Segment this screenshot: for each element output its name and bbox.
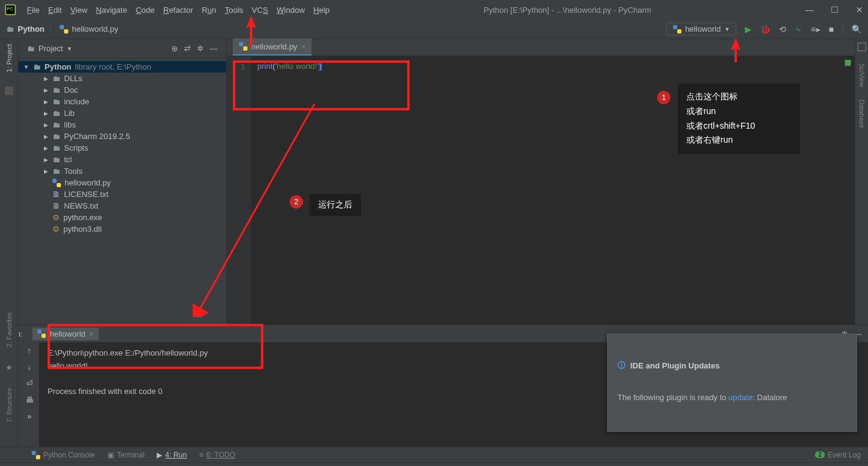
menu-file[interactable]: File bbox=[27, 5, 40, 15]
tree-item[interactable]: ▶🖿include bbox=[18, 96, 226, 107]
menu-run[interactable]: Run bbox=[202, 5, 216, 15]
bottom-tool-tabs: Python Console ▣Terminal ▶4: Run ≡6: TOD… bbox=[0, 446, 868, 462]
menu-window[interactable]: Window bbox=[277, 5, 305, 15]
tree-item-label: LICENSE.txt bbox=[64, 190, 108, 199]
menu-code[interactable]: Code bbox=[136, 5, 155, 15]
tree-item[interactable]: ▶🖿DLLs bbox=[18, 73, 226, 84]
editor-tab[interactable]: helloworld.py × bbox=[233, 38, 311, 56]
menu-refactor[interactable]: Refactor bbox=[163, 5, 193, 15]
exe-icon: ⚙ bbox=[52, 213, 60, 222]
profile-button[interactable]: ⤷ bbox=[795, 24, 802, 34]
run-tab[interactable]: helloworld × bbox=[32, 328, 98, 340]
run-console-output[interactable]: E:\Python\python.exe E:/Python/helloworl… bbox=[39, 342, 868, 446]
settings-button[interactable]: ✲ bbox=[197, 44, 204, 53]
minimize-button[interactable]: — bbox=[805, 5, 814, 15]
tab-python-console[interactable]: Python Console bbox=[32, 451, 95, 459]
tree-item[interactable]: ⚙python.exe bbox=[18, 212, 226, 223]
run-configuration-selector[interactable]: helloworld ▼ bbox=[666, 23, 736, 35]
search-everywhere-button[interactable]: 🔍 bbox=[852, 24, 862, 34]
tree-item[interactable]: ▶🖿Doc bbox=[18, 84, 226, 96]
maximize-button[interactable]: ☐ bbox=[831, 5, 839, 15]
tree-root[interactable]: ▼ 🖿 Python library root, E:\Python bbox=[18, 61, 226, 73]
folder-icon: 🖿 bbox=[33, 62, 41, 71]
expand-arrow-icon[interactable]: ▶ bbox=[43, 122, 49, 128]
left-tool-strip: 1: Project bbox=[0, 39, 18, 324]
info-icon: ⓘ bbox=[617, 360, 625, 371]
expand-arrow-icon[interactable]: ▶ bbox=[43, 99, 49, 105]
menu-view[interactable]: View bbox=[70, 5, 87, 15]
run-tool-window: Run: helloworld × ✲ — ▶ ■ ⫞ 📌 ↑ ↓ ⏎ 🖶 » … bbox=[0, 324, 868, 446]
expand-all-button[interactable]: ⇄ bbox=[184, 44, 191, 53]
menu-tools[interactable]: Tools bbox=[225, 5, 243, 15]
folder-icon: 🖿 bbox=[52, 155, 60, 164]
tree-item[interactable]: 🗎NEWS.txt bbox=[18, 200, 226, 212]
notification-popup[interactable]: ⓘIDE and Plugin Updates The following pl… bbox=[607, 334, 857, 432]
line-gutter: 1 bbox=[227, 56, 251, 324]
title-bar: File Edit View Navigate Code Refactor Ru… bbox=[0, 0, 868, 20]
right-tool-strip: SciView Database bbox=[855, 39, 868, 324]
python-icon bbox=[32, 451, 40, 459]
tab-sciview[interactable]: SciView bbox=[858, 63, 866, 87]
up-button[interactable]: ↑ bbox=[27, 346, 32, 355]
tree-item[interactable]: ▶🖿Lib bbox=[18, 107, 226, 119]
breadcrumb[interactable]: 🖿 Python 〉 helloworld.py bbox=[6, 24, 118, 35]
project-view-selector[interactable]: 🖿 Project ▼ bbox=[27, 44, 72, 53]
tab-favorites[interactable]: 2: Favorites bbox=[5, 310, 13, 349]
more-button[interactable]: » bbox=[27, 412, 31, 421]
close-tab-button[interactable]: × bbox=[89, 329, 94, 339]
coverage-button[interactable]: ⟲ bbox=[779, 24, 786, 34]
expand-arrow-icon[interactable]: ▶ bbox=[43, 157, 49, 163]
breadcrumb-file[interactable]: helloworld.py bbox=[72, 24, 118, 34]
expand-arrow-icon[interactable]: ▶ bbox=[43, 76, 49, 82]
tree-item[interactable]: ▶🖿Tools bbox=[18, 165, 226, 177]
tree-item[interactable]: ▶🖿PyCharm 2019.2.5 bbox=[18, 131, 226, 142]
debug-button[interactable]: 🐞 bbox=[760, 24, 770, 34]
menu-vcs[interactable]: VCS bbox=[252, 5, 268, 15]
down-button[interactable]: ↓ bbox=[27, 362, 32, 371]
tree-item[interactable]: ▶🖿tcl bbox=[18, 154, 226, 165]
tree-item[interactable]: 🗎LICENSE.txt bbox=[18, 188, 226, 200]
menu-navigate[interactable]: Navigate bbox=[96, 5, 127, 15]
expand-arrow-icon[interactable]: ▶ bbox=[43, 168, 49, 174]
file-icon: 🗎 bbox=[52, 201, 60, 210]
folder-icon: 🖿 bbox=[52, 132, 60, 141]
wrap-button[interactable]: ⏎ bbox=[26, 379, 33, 388]
update-link[interactable]: update bbox=[728, 393, 753, 402]
stop-button[interactable]: ■ bbox=[829, 24, 834, 34]
bookmark-icon[interactable] bbox=[5, 87, 13, 95]
breadcrumb-root[interactable]: Python bbox=[18, 24, 44, 34]
run-button[interactable]: ▶ bbox=[745, 24, 752, 34]
menu-edit[interactable]: Edit bbox=[48, 5, 62, 15]
print-button[interactable]: 🖶 bbox=[26, 395, 34, 404]
nav-icon[interactable] bbox=[858, 43, 866, 51]
locate-button[interactable]: ⊕ bbox=[171, 44, 178, 53]
tree-item[interactable]: ▶🖿Scripts bbox=[18, 142, 226, 154]
inspection-indicator[interactable] bbox=[845, 60, 851, 66]
tab-terminal[interactable]: ▣Terminal bbox=[107, 451, 144, 459]
close-button[interactable]: ✕ bbox=[856, 5, 863, 15]
tree-item[interactable]: ▶🖿libs bbox=[18, 119, 226, 131]
list-icon: ≡ bbox=[199, 451, 203, 459]
tree-item[interactable]: helloworld.py bbox=[18, 177, 226, 188]
menu-help[interactable]: Help bbox=[313, 5, 330, 15]
project-tree[interactable]: ▼ 🖿 Python library root, E:\Python ▶🖿DLL… bbox=[18, 59, 226, 324]
expand-arrow-icon[interactable]: ▶ bbox=[43, 145, 49, 151]
terminal-icon: ▣ bbox=[107, 451, 114, 459]
navigation-bar: 🖿 Python 〉 helloworld.py helloworld ▼ ▶ … bbox=[0, 20, 868, 39]
tree-item-label: libs bbox=[64, 120, 76, 129]
tab-database[interactable]: Database bbox=[858, 99, 866, 128]
concurrency-button[interactable]: ≡▸ bbox=[811, 24, 820, 34]
expand-arrow-icon[interactable]: ▼ bbox=[23, 64, 29, 70]
expand-arrow-icon[interactable]: ▶ bbox=[43, 134, 49, 140]
tab-event-log[interactable]: 2Event Log bbox=[815, 451, 861, 459]
tree-item-label: Lib bbox=[64, 109, 74, 118]
tab-project[interactable]: 1: Project bbox=[5, 41, 13, 74]
tab-structure[interactable]: 7: Structure bbox=[5, 385, 13, 425]
hide-button[interactable]: — bbox=[210, 44, 218, 53]
tab-todo[interactable]: ≡6: TODO bbox=[199, 451, 235, 459]
tab-run[interactable]: ▶4: Run bbox=[157, 451, 187, 459]
expand-arrow-icon[interactable]: ▶ bbox=[43, 87, 49, 93]
close-tab-button[interactable]: × bbox=[301, 42, 306, 51]
tree-item[interactable]: ⚙python3.dll bbox=[18, 223, 226, 235]
expand-arrow-icon[interactable]: ▶ bbox=[43, 110, 49, 116]
